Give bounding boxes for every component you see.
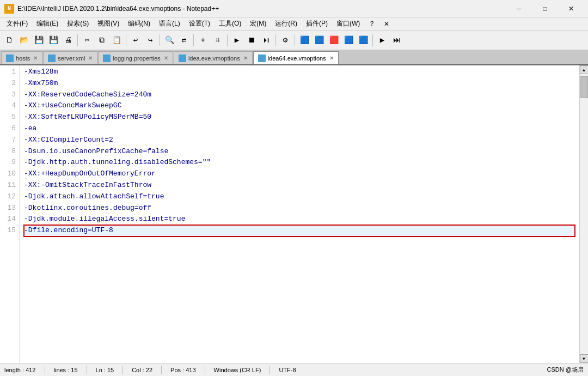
maximize-button[interactable]: □ [532, 1, 558, 16]
menu-item-E[interactable]: 编辑(E) [32, 18, 63, 29]
tab-label: idea64.exe.vmoptions [268, 55, 326, 62]
open-file-button[interactable]: 📂 [17, 33, 31, 47]
menu-item-W[interactable]: 窗口(W) [332, 18, 364, 29]
status-separator [87, 366, 87, 374]
mark1-button[interactable]: 🟦 [297, 33, 311, 47]
save-button[interactable]: 💾 [32, 33, 46, 47]
code-line: -XX:SoftRefLRUPolicyMSPerMB=50 [24, 112, 575, 123]
toolbar-separator [160, 34, 160, 46]
tab-file-icon [48, 54, 56, 62]
menu-item-F[interactable]: 文件(F) [2, 18, 32, 29]
line-number: 12 [0, 191, 16, 203]
menu-item-T[interactable]: 设置(T) [185, 18, 215, 29]
macro-stop-button[interactable]: ⏹ [244, 33, 259, 47]
zoom-in-button[interactable]: ⌖ [196, 33, 210, 47]
tab-label: server.xml [58, 55, 85, 62]
code-line: -XX:ReservedCodeCacheSize=240m [24, 89, 575, 101]
tab-logging-properties[interactable]: logging.properties✕ [98, 51, 173, 64]
scroll-thumb[interactable] [580, 76, 588, 98]
line-number: 4 [0, 100, 16, 112]
tab-close-button[interactable]: ✕ [243, 55, 248, 61]
code-line: -Dfile.encoding=UTF-8 [24, 225, 575, 236]
tab-close-button[interactable]: ✕ [33, 55, 38, 61]
line-number: 13 [0, 203, 16, 214]
code-line: -Xms128m [24, 66, 575, 78]
cut-button[interactable]: ✂ [80, 33, 94, 47]
code-line: -ea [24, 123, 575, 135]
paste-button[interactable]: 📋 [109, 33, 124, 47]
mark4-button[interactable]: 🟦 [341, 33, 356, 47]
status-ln: Ln : 15 [96, 367, 114, 373]
line-number: 3 [0, 89, 16, 101]
line-number: 9 [0, 157, 16, 168]
tab-file-icon [179, 54, 186, 62]
scroll-down-button[interactable]: ▼ [580, 354, 589, 363]
tab-file-icon [258, 54, 266, 62]
menu-item-N[interactable]: 编码(N) [124, 18, 155, 29]
plugin-next-button[interactable]: ⏭ [390, 33, 404, 47]
code-line: -XX:+HeapDumpOnOutOfMemoryError [24, 168, 575, 180]
minimize-button[interactable]: ─ [506, 1, 531, 16]
code-line: -XX:-OmitStackTraceInFastThrow [24, 180, 575, 191]
scroll-track[interactable] [580, 74, 588, 354]
menu-item-R[interactable]: 运行(R) [271, 18, 302, 29]
line-number: 7 [0, 135, 16, 146]
tab-label: logging.properties [113, 55, 160, 62]
toolbar-separator [77, 34, 78, 46]
undo-button[interactable]: ↩ [128, 33, 143, 47]
tab-close-button[interactable]: ✕ [329, 55, 334, 61]
menu-item-O[interactable]: 工具(O) [215, 18, 246, 29]
app-icon: N [4, 4, 14, 14]
tab-label: hosts [16, 55, 30, 62]
code-line: -XX:+UseConcMarkSweepGC [24, 100, 575, 112]
tab-hosts[interactable]: hosts✕ [1, 51, 42, 64]
zoom-out-button[interactable]: ⌗ [211, 33, 225, 47]
line-number: 10 [0, 168, 16, 180]
menu-item-[interactable]: ✕ [379, 19, 394, 29]
tab-server-xml[interactable]: server.xml✕ [43, 51, 97, 64]
vertical-scrollbar[interactable]: ▲ ▼ [579, 65, 588, 363]
menu-item-S[interactable]: 搜索(S) [63, 18, 93, 29]
macro-record-button[interactable]: ▶ [230, 33, 244, 47]
tab-file-icon [6, 54, 14, 62]
code-area[interactable]: -Xms128m-Xmx750m-XX:ReservedCodeCacheSiz… [20, 65, 579, 363]
menu-item-V[interactable]: 视图(V) [93, 18, 124, 29]
status-separator [270, 366, 270, 374]
print-button[interactable]: 🖨 [61, 33, 75, 47]
run-button[interactable]: ⚙ [278, 33, 292, 47]
code-line: -Djdk.attach.allowAttachSelf=true [24, 191, 575, 203]
find-button[interactable]: 🔍 [162, 33, 176, 47]
macro-play-button[interactable]: ⏯ [259, 33, 273, 47]
tab-close-button[interactable]: ✕ [164, 55, 168, 61]
tab-idea64-exe-vmoptions[interactable]: idea64.exe.vmoptions✕ [253, 51, 339, 64]
save-all-button[interactable]: 💾 [46, 33, 60, 47]
line-numbers: 123456789101112131415 [0, 65, 20, 363]
code-line: -Xmx750m [24, 78, 575, 89]
status-encoding: UTF-8 [279, 367, 296, 373]
copy-button[interactable]: ⧉ [95, 33, 109, 47]
mark3-button[interactable]: 🟥 [327, 33, 341, 47]
tab-bar: hosts✕server.xml✕logging.properties✕idea… [0, 50, 588, 65]
scroll-up-button[interactable]: ▲ [580, 65, 589, 74]
replace-button[interactable]: ⇄ [177, 33, 191, 47]
window-title: E:\IDEA\IntelliJ IDEA 2020.1.2\bin\idea6… [17, 5, 506, 13]
mark5-button[interactable]: 🟦 [356, 33, 370, 47]
menu-item-L[interactable]: 语言(L) [155, 18, 185, 29]
redo-button[interactable]: ↪ [143, 33, 157, 47]
code-line: -Djdk.http.auth.tunneling.disabledScheme… [24, 157, 575, 168]
plugin-run-button[interactable]: ▶ [375, 33, 389, 47]
editor-container: 123456789101112131415 -Xms128m-Xmx750m-X… [0, 65, 588, 363]
new-file-button[interactable]: 🗋 [2, 33, 16, 47]
tab-idea-exe-vmoptions[interactable]: idea.exe.vmoptions✕ [174, 51, 253, 64]
close-button[interactable]: ✕ [559, 1, 584, 16]
status-col: Col : 22 [132, 367, 152, 373]
menu-item-M[interactable]: 宏(M) [246, 18, 271, 29]
menu-item-[interactable]: ？ [364, 18, 379, 29]
line-number: 1 [0, 66, 16, 78]
toolbar-separator [227, 34, 228, 46]
menu-item-P[interactable]: 插件(P) [302, 18, 332, 29]
line-number: 15 [0, 225, 16, 236]
mark2-button[interactable]: 🟦 [312, 33, 326, 47]
tab-close-button[interactable]: ✕ [88, 55, 93, 61]
toolbar-separator [126, 34, 126, 46]
